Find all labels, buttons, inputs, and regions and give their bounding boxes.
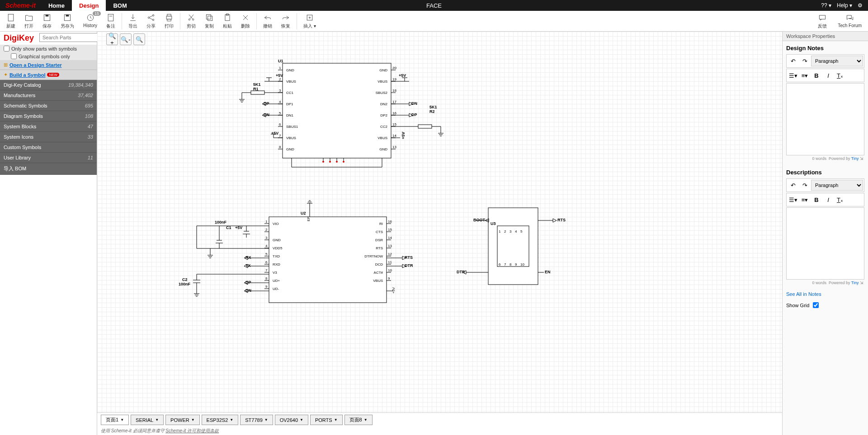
svg-text:ACT#: ACT# [374,271,383,275]
svg-text:+5V: +5V [276,73,283,78]
page-tab-页面8[interactable]: 页面8 ▼ [344,415,373,425]
page-tab-ESP32S2[interactable]: ESP32S2 ▼ [202,415,239,425]
open-button[interactable]: 打开 [22,12,36,30]
svg-rect-0 [8,14,14,21]
catalog-item-2[interactable]: Schematic Symbols695 [0,101,97,111]
tab-design[interactable]: Design [72,0,106,11]
page-tab-ST7789[interactable]: ST7789 ▼ [240,415,273,425]
catalog-item-0[interactable]: Digi-Key Catalog19,384,340 [0,80,97,90]
clear-format-button-2[interactable]: Tₓ [835,194,845,205]
settings-icon[interactable]: ⚙ [858,2,863,9]
share-button[interactable]: 分享 [144,12,158,30]
copy-button[interactable]: 复制 [202,12,217,30]
zoom-in-button[interactable]: 🔍+ [106,33,118,45]
bold-button[interactable]: B [811,70,822,81]
cut-button[interactable]: 剪切 [184,12,198,30]
schematic-u3[interactable]: U3 BOOT DTR RTS EN 12345 678910 [454,194,572,294]
bullet-list-icon[interactable]: ☰▾ [788,70,798,81]
help-menu[interactable]: Help ▾ [837,2,852,9]
catalog-item-1[interactable]: Manufacturers37,402 [0,90,97,101]
svg-text:TXD: TXD [273,254,280,258]
tiny-link-2[interactable]: Tiny [851,281,859,285]
redo-button[interactable]: 恢复 [278,12,293,30]
notes-button[interactable]: 备注 [104,12,118,30]
insert-button[interactable]: 插入 ▾ [301,12,319,30]
undo-icon-2[interactable]: ↶ [788,180,798,191]
export-button[interactable]: 导出 [126,12,140,30]
tiny-link[interactable]: Tiny [851,156,859,161]
svg-text:C2: C2 [182,277,188,282]
descriptions-label: Descriptions [786,169,864,176]
page-tab-POWER[interactable]: POWER ▼ [165,415,199,425]
tab-bom[interactable]: BOM [106,0,134,11]
saveas-button[interactable]: 另存为 [58,12,77,30]
forum-button[interactable]: Tech Forum [835,12,864,30]
catalog-item-5[interactable]: System Icons33 [0,132,97,142]
canvas[interactable]: U1 GND1VBUS2CC13DP14DN15SBUS16VBUS7GND8 … [97,32,782,435]
lang-select[interactable]: ?? ▾ [821,2,831,9]
svg-rect-104 [418,125,432,128]
svg-text:CC1: CC1 [286,91,294,95]
svg-text:EN: EN [545,270,551,274]
svg-point-14 [189,19,190,20]
page-tab-PORTS[interactable]: PORTS ▼ [310,415,343,425]
catalog-item-7[interactable]: User Library11 [0,153,97,163]
clear-format-button[interactable]: Tₓ [835,70,845,81]
save-button[interactable]: 保存 [40,12,54,30]
svg-text:DTR: DTR [405,263,413,268]
italic-button-2[interactable]: I [823,194,834,205]
redo-icon[interactable]: ↷ [799,56,810,66]
bold-button-2[interactable]: B [811,194,822,205]
svg-text:13: 13 [388,244,392,248]
history-button[interactable]: 15History [80,12,100,30]
catalog-item-4[interactable]: System Blocks47 [0,122,97,132]
svg-text:+5V: +5V [399,73,406,78]
bullet-list-icon-2[interactable]: ☰▾ [788,194,798,205]
italic-button[interactable]: I [823,70,834,81]
see-all-notes[interactable]: See All in Notes [783,290,868,299]
tab-home[interactable]: Home [41,0,72,11]
zoom-out-button[interactable]: 🔍- [120,33,132,45]
svg-text:5K1: 5K1 [253,82,261,87]
descriptions-editor[interactable] [786,207,864,280]
svg-text:16: 16 [388,220,392,224]
svg-text:5: 5 [520,229,523,234]
canvas-area: ‹ 🔍+ 🔍- 🔍 › U1 GND1VBUS2CC13DP14DN15SBUS… [97,32,782,435]
svg-text:8: 8 [265,276,268,281]
paste-button[interactable]: 粘贴 [220,12,235,30]
schematic-u2[interactable]: U2 EP VIO12GND3VDD54TXD5RXD6V37UD+8UD-9R… [179,199,414,316]
design-notes-editor[interactable] [786,83,864,155]
undo-button[interactable]: 撤销 [260,12,275,30]
page-tab-SERIAL[interactable]: SERIAL ▼ [131,415,164,425]
svg-text:8: 8 [279,145,281,149]
show-grid-checkbox[interactable] [813,302,819,308]
link-build-symbol[interactable]: ✦Build a SymbolNEW [0,70,97,80]
filter-only-symbols[interactable]: Only show parts with symbols [0,45,97,52]
catalog-item-6[interactable]: Custom Symbols [0,142,97,153]
svg-text:9: 9 [388,276,390,281]
schematic-u1[interactable]: U1 GND1VBUS2CC13DP14DN15SBUS16VBUS7GND8 … [228,54,454,181]
redo-icon-2[interactable]: ↷ [799,180,810,191]
print-button[interactable]: 打印 [162,12,176,30]
svg-rect-123 [269,217,387,303]
catalog-item-8[interactable]: 导入 BOM [0,163,97,175]
link-design-starter[interactable]: ⊞Open a Design Starter [0,60,97,70]
number-list-icon[interactable]: ≡▾ [799,70,810,81]
feedback-button[interactable]: 反馈 [815,12,830,30]
svg-text:VBUS: VBUS [286,136,296,140]
new-button[interactable]: 新建 [4,12,18,30]
delete-button[interactable]: 删除 [238,12,253,30]
terms-link[interactable]: Scheme-it 许可和使用条款 [165,428,219,433]
catalog-item-3[interactable]: Diagram Symbols108 [0,111,97,122]
svg-text:GND: GND [273,238,281,242]
svg-text:VDD5: VDD5 [273,246,283,250]
paragraph-select[interactable]: Paragraph [811,56,863,66]
filter-graphical-only[interactable]: Graphical symbols only [0,52,97,60]
paragraph-select-2[interactable]: Paragraph [811,180,863,191]
page-tab-页面1[interactable]: 页面1 ▼ [101,415,129,425]
zoom-fit-button[interactable]: 🔍 [133,33,145,45]
undo-icon[interactable]: ↶ [788,56,798,66]
svg-text:13: 13 [392,145,396,149]
number-list-icon-2[interactable]: ≡▾ [799,194,810,205]
page-tab-OV2640[interactable]: OV2640 ▼ [275,415,308,425]
